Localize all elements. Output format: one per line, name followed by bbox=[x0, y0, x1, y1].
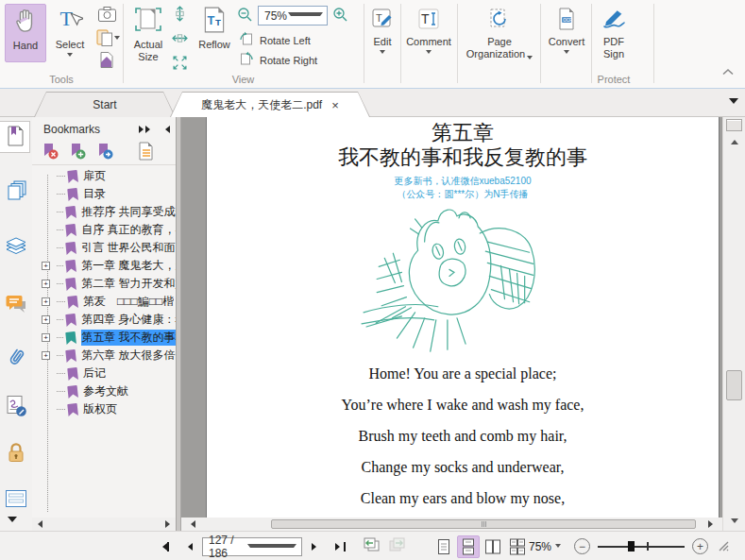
bookmark-expander-icon[interactable]: + bbox=[42, 297, 55, 306]
edit-dropdown-arrow[interactable] bbox=[380, 50, 385, 57]
zoom-slider-thumb[interactable] bbox=[628, 541, 635, 552]
scroll-left-icon[interactable] bbox=[187, 520, 195, 528]
bookmark-item[interactable]: +第二章 智力开发和好习 bbox=[32, 275, 176, 293]
split-view-handle[interactable] bbox=[726, 119, 742, 131]
zoom-out-button[interactable]: − bbox=[574, 538, 590, 554]
zoom-dropdown-arrow[interactable] bbox=[288, 12, 323, 19]
fields-panel-tab[interactable] bbox=[2, 484, 30, 516]
page-dropdown-arrow[interactable] bbox=[247, 544, 297, 551]
fit-height-icon[interactable] bbox=[172, 6, 188, 25]
layers-panel-tab[interactable] bbox=[2, 232, 30, 264]
continuous-facing-view-icon[interactable] bbox=[506, 535, 529, 558]
window-resize-grip[interactable] bbox=[716, 538, 729, 554]
bookmark-item[interactable]: 推荐序 共同享受成长的 bbox=[32, 203, 176, 221]
horizontal-scroll-thumb[interactable] bbox=[271, 519, 696, 529]
bookmark-expander-icon[interactable]: + bbox=[42, 351, 55, 360]
collapse-ribbon-icon[interactable] bbox=[722, 65, 734, 78]
bookmark-item[interactable]: +第叐 □□□鯿□□楷 bbox=[32, 293, 176, 311]
scroll-right-icon[interactable] bbox=[165, 520, 174, 528]
clipboard-button[interactable] bbox=[92, 26, 124, 52]
rotate-right-button[interactable]: Rotate Right bbox=[238, 50, 317, 70]
expand-current-bookmark-icon[interactable] bbox=[137, 142, 154, 163]
page-number-input[interactable]: 127 / 186 bbox=[202, 537, 302, 556]
zoom-slider[interactable] bbox=[598, 538, 685, 554]
scroll-left-icon[interactable] bbox=[34, 520, 42, 528]
hand-tool-button[interactable]: Hand bbox=[5, 4, 46, 62]
tab-start[interactable]: Start bbox=[34, 92, 176, 117]
goto-bookmark-icon[interactable] bbox=[96, 143, 114, 163]
attachments-panel-tab[interactable] bbox=[2, 344, 30, 376]
document-viewport[interactable]: 第五章 我不教的事和我反复教的事 更多新书，认准微信xueba52100 （公众… bbox=[181, 117, 722, 518]
bookmark-item[interactable]: 目录 bbox=[32, 185, 176, 203]
bookmark-item[interactable]: 后记 bbox=[32, 365, 176, 382]
bookmark-item[interactable]: 参考文献 bbox=[32, 382, 176, 400]
scroll-down-icon[interactable] bbox=[731, 518, 738, 527]
rotate-left-button[interactable]: Rotate Left bbox=[238, 30, 311, 50]
zoom-in-icon[interactable] bbox=[332, 7, 348, 25]
bookmark-item[interactable]: +第五章 我不教的事和我 bbox=[32, 329, 176, 347]
next-page-button[interactable] bbox=[306, 535, 326, 558]
page-organization-dropdown-arrow[interactable] bbox=[527, 56, 533, 62]
page-organization-button[interactable]: Page Organization bbox=[462, 5, 537, 62]
bookmark-item[interactable]: 自序 真正的教育，在点 bbox=[32, 221, 176, 239]
expand-panel-icon[interactable] bbox=[139, 126, 154, 133]
collapse-panel-icon[interactable] bbox=[161, 126, 170, 133]
bookmark-item[interactable]: 版权页 bbox=[32, 400, 176, 418]
security-panel-tab[interactable] bbox=[2, 438, 30, 470]
bookmark-item[interactable]: 引言 世界公民和面向未 bbox=[32, 239, 176, 257]
zoom-out-icon[interactable] bbox=[237, 7, 253, 25]
last-page-button[interactable] bbox=[330, 535, 351, 558]
zoom-level-combobox[interactable]: 75% bbox=[258, 6, 328, 25]
delete-bookmark-icon[interactable] bbox=[42, 143, 59, 163]
clipboard-dropdown-arrow[interactable] bbox=[114, 36, 120, 42]
convert-button[interactable]: OCR Convert bbox=[545, 5, 588, 59]
select-dropdown-arrow[interactable] bbox=[67, 53, 73, 59]
actual-size-button[interactable]: Actual Size bbox=[128, 4, 168, 66]
bookmark-expander-icon[interactable]: + bbox=[42, 333, 55, 342]
bookmark-item[interactable]: +第一章 魔鬼老大，天使 bbox=[32, 257, 176, 275]
ribbon-separator bbox=[540, 4, 541, 83]
reflow-button[interactable]: TT Reflow bbox=[194, 4, 235, 62]
bookmark-item[interactable]: +第六章 放大很多倍的快 bbox=[32, 347, 176, 365]
previous-view-icon[interactable] bbox=[362, 536, 381, 556]
continuous-view-icon[interactable] bbox=[457, 535, 480, 558]
convert-dropdown-arrow[interactable] bbox=[564, 50, 569, 57]
comment-button[interactable]: T Comment bbox=[403, 5, 454, 59]
bookmark-expander-icon[interactable]: + bbox=[42, 262, 55, 270]
zoom-in-button[interactable]: + bbox=[692, 538, 708, 554]
attach-file-button[interactable] bbox=[94, 49, 118, 74]
bookmark-expander-icon[interactable]: + bbox=[42, 315, 55, 324]
fit-visible-icon[interactable] bbox=[172, 55, 188, 74]
pages-panel-tab[interactable] bbox=[2, 176, 30, 208]
tab-list-dropdown-icon[interactable] bbox=[729, 98, 738, 109]
comments-panel-tab[interactable] bbox=[2, 289, 30, 321]
bookmarks-panel-tab[interactable] bbox=[0, 121, 30, 153]
snapshot-button[interactable] bbox=[93, 4, 121, 27]
document-horizontal-scrollbar[interactable] bbox=[181, 518, 722, 531]
close-tab-icon[interactable]: × bbox=[331, 98, 339, 112]
edit-button[interactable]: T Edit bbox=[367, 5, 398, 59]
add-bookmark-icon[interactable] bbox=[69, 143, 87, 163]
scroll-right-icon[interactable] bbox=[708, 520, 717, 528]
digital-signatures-panel-tab[interactable] bbox=[2, 391, 30, 423]
pdf-sign-button[interactable]: PDF Sign bbox=[595, 5, 633, 62]
fit-width-icon[interactable] bbox=[172, 30, 188, 49]
document-vertical-scrollbar[interactable] bbox=[722, 117, 745, 531]
select-tool-button[interactable]: T Select bbox=[50, 4, 90, 62]
comment-dropdown-arrow[interactable] bbox=[426, 50, 432, 57]
first-page-button[interactable] bbox=[153, 535, 175, 558]
next-view-icon[interactable] bbox=[388, 536, 407, 556]
tab-document[interactable]: 魔鬼老大，天使老二.pdf × bbox=[170, 92, 370, 117]
previous-page-button[interactable] bbox=[178, 535, 198, 558]
scroll-up-icon[interactable] bbox=[731, 136, 738, 144]
zoom-status-dropdown-arrow[interactable] bbox=[555, 544, 561, 551]
single-page-view-icon[interactable] bbox=[432, 535, 455, 558]
more-panels-icon[interactable] bbox=[8, 517, 17, 527]
bookmark-item[interactable]: +第四章 身心健康：幸福 bbox=[32, 311, 176, 329]
facing-view-icon[interactable] bbox=[482, 535, 504, 558]
bookmarks-horizontal-scrollbar[interactable] bbox=[32, 518, 176, 531]
bookmark-expander-icon[interactable]: + bbox=[42, 280, 55, 288]
comments-panel-icon bbox=[6, 294, 27, 317]
vertical-scroll-thumb[interactable] bbox=[726, 370, 742, 400]
bookmark-item[interactable]: 扉页 bbox=[32, 167, 176, 185]
